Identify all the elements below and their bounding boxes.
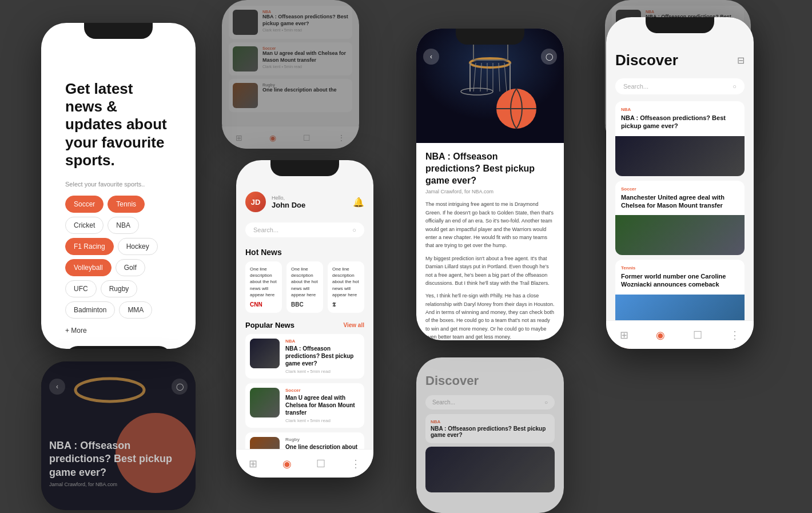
- feed-bottom-nav: ⊞ ◉ ☐ ⋮: [236, 449, 373, 478]
- search-icon: ○: [352, 226, 356, 233]
- phone-onboarding: Get latest news & updates about your fav…: [41, 23, 196, 349]
- phone-news-feed: JD Hello, John Doe 🔔 Search... ○ Hot New…: [236, 160, 373, 478]
- onboard-title: Get latest news & updates about your fav…: [65, 80, 172, 169]
- sport-mma[interactable]: MMA: [119, 301, 152, 319]
- discover-article-1[interactable]: Soccer Manchester United agree deal with…: [615, 181, 745, 256]
- nav-compass-icon[interactable]: ◉: [282, 458, 292, 470]
- discover-headline-1: Manchester United agree deal with Chelse…: [621, 193, 739, 210]
- phone-notch-3: [456, 29, 524, 45]
- discover-img-nba: [615, 136, 745, 176]
- partial-news-item: Rugby One line description about the: [229, 79, 352, 112]
- nav-more-icon-4[interactable]: ⋮: [730, 329, 740, 341]
- hot-card-1[interactable]: One line description about the hot news …: [286, 261, 323, 313]
- news-headline-1: Man U agree deal with Chelsea for Mason …: [285, 394, 360, 416]
- sport-volleyball[interactable]: Volleyball: [65, 259, 112, 276]
- article-para-1: My biggest prediction isn't about a free…: [425, 254, 555, 288]
- news-meta-1: Clark kent • 5min read: [285, 418, 360, 423]
- news-item-0[interactable]: NBA NBA : Offseason predictions? Best pi…: [245, 334, 364, 379]
- news-category-1: Soccer: [285, 388, 360, 393]
- sport-tennis[interactable]: Tennis: [108, 196, 145, 213]
- discover-title: Discover: [615, 51, 678, 69]
- partial-meta: Clark kent • 5min read: [262, 65, 348, 69]
- hot-card-text-1: One line description about the hot news …: [291, 266, 319, 298]
- discover-cat-1: Soccer: [621, 186, 739, 192]
- hot-card-0[interactable]: One line description about the hot news …: [245, 261, 282, 313]
- discover-article-0[interactable]: NBA NBA : Offseason predictions? Best pi…: [615, 101, 745, 176]
- partial-cat: Soccer: [262, 46, 348, 50]
- sport-rugby[interactable]: Rugby: [101, 280, 138, 297]
- bell-icon[interactable]: 🔔: [353, 197, 364, 208]
- get-started-button[interactable]: Get Started: [65, 346, 172, 349]
- nav-more-icon: ⋮: [337, 133, 345, 142]
- discover-bottom-search[interactable]: Search... ○: [425, 395, 555, 409]
- view-all-button[interactable]: View all: [343, 322, 364, 328]
- feed-search[interactable]: Search... ○: [245, 222, 364, 237]
- sport-golf[interactable]: Golf: [116, 259, 145, 276]
- discover-bottom-nav: ⊞ ◉ ☐ ⋮: [606, 320, 754, 349]
- article-para-2: Yes, I think he'll re-sign with Philly. …: [425, 292, 555, 340]
- search-placeholder-text: Search...: [253, 226, 278, 233]
- discover-search-icon: ○: [733, 83, 737, 90]
- news-category-2: Rugby: [285, 437, 360, 442]
- article-back-button[interactable]: ‹: [423, 49, 439, 65]
- phone-notch: [84, 23, 153, 39]
- news-headline-0: NBA : Offseason predictions? Best pickup…: [285, 345, 360, 367]
- bottom-left-back-icon: ◯: [172, 379, 188, 395]
- partial-cat: Rugby: [262, 83, 337, 87]
- sport-nba[interactable]: NBA: [108, 217, 139, 234]
- partial-bottom-nav: ⊞ ◉ ☐ ⋮: [222, 126, 359, 149]
- nav-more-nav-icon[interactable]: ⋮: [351, 458, 361, 470]
- svg-rect-0: [416, 29, 564, 143]
- hot-card-logo-cnn: CNN: [250, 301, 277, 308]
- nav-bookmark-nav-icon[interactable]: ☐: [316, 458, 325, 470]
- article-title: NBA : Offseason predictions? Best pickup…: [425, 151, 555, 186]
- news-thumb-nba: [250, 339, 280, 368]
- news-item-1[interactable]: Soccer Man U agree deal with Chelsea for…: [245, 383, 364, 428]
- hot-card-logo-bbc: BBC: [291, 301, 319, 308]
- greeting-name: John Doe: [272, 201, 353, 209]
- discover-headline-2: Former world number one Caroline Wozniac…: [621, 272, 739, 289]
- sport-cricket[interactable]: Cricket: [65, 217, 104, 234]
- sport-badminton[interactable]: Badminton: [65, 301, 115, 319]
- phone-bottom-center: Discover Search... ○ NBA NBA : Offseason…: [416, 357, 564, 513]
- onboard-subtitle: Select your favourite sports..: [65, 181, 172, 188]
- sport-hockey[interactable]: Hockey: [118, 238, 158, 255]
- discover-article-text-1: Soccer Manchester United agree deal with…: [615, 181, 745, 216]
- discover-search-placeholder: Search...: [623, 83, 648, 90]
- partial-thumb-nba: [233, 10, 258, 35]
- article-content: NBA : Offseason predictions? Best pickup…: [416, 143, 564, 340]
- nav-bookmark-icon-4[interactable]: ☐: [693, 329, 702, 341]
- discover-article-text-2: Tennis Former world number one Caroline …: [615, 260, 745, 295]
- bottom-left-bookmark-icon: ‹: [49, 379, 65, 395]
- article-author: Jamal Crawford, for NBA.com: [425, 189, 555, 194]
- sport-f1[interactable]: F1 Racing: [65, 238, 114, 255]
- discover-bottom-item[interactable]: NBA NBA : Offseason predictions? Best pi…: [425, 414, 555, 443]
- popular-header: Popular News View all: [236, 319, 373, 334]
- discover-search[interactable]: Search... ○: [615, 78, 745, 94]
- sport-ufc[interactable]: UFC: [65, 280, 97, 297]
- partial-thumb-soccer: [233, 46, 258, 71]
- feed-header: JD Hello, John Doe 🔔: [236, 186, 373, 218]
- partial-headline: NBA : Offseason predictions? Best pickup…: [262, 14, 348, 27]
- discover-bottom-headline: NBA : Offseason predictions? Best pickup…: [431, 425, 550, 438]
- nav-home-icon[interactable]: ⊞: [249, 458, 257, 470]
- hot-card-text-2: One line description about the hot news …: [332, 266, 360, 298]
- hot-card-2[interactable]: One line description about the hot news …: [328, 261, 364, 313]
- discover-headline-0: NBA : Offseason predictions? Best pickup…: [621, 114, 739, 130]
- discover-bottom-cat: NBA: [431, 419, 550, 424]
- article-bookmark-button[interactable]: ◯: [541, 49, 557, 65]
- hot-news-title: Hot News: [236, 242, 373, 261]
- feed-avatar: JD: [245, 192, 266, 212]
- more-link[interactable]: + More: [65, 327, 172, 335]
- partial-news-item: NBA NBA : Offseason predictions? Best pi…: [229, 6, 352, 39]
- partial-headline: Man U agree deal with Chelsea for Mason …: [262, 50, 348, 63]
- nav-home-icon-4[interactable]: ⊞: [620, 329, 628, 341]
- phone-bottom-left: NBA : Offseason predictions? Best pickup…: [41, 361, 196, 510]
- nav-compass-icon-4[interactable]: ◉: [656, 329, 665, 341]
- partial-news-item: Soccer Man U agree deal with Chelsea for…: [229, 42, 352, 75]
- phone-back-left: NBA NBA : Offseason predictions? Best pi…: [222, 0, 359, 149]
- popular-title: Popular News: [245, 321, 294, 329]
- sport-soccer[interactable]: Soccer: [65, 196, 104, 213]
- filter-icon[interactable]: ⊟: [737, 55, 745, 66]
- partial-headline: One line description about the: [262, 87, 337, 94]
